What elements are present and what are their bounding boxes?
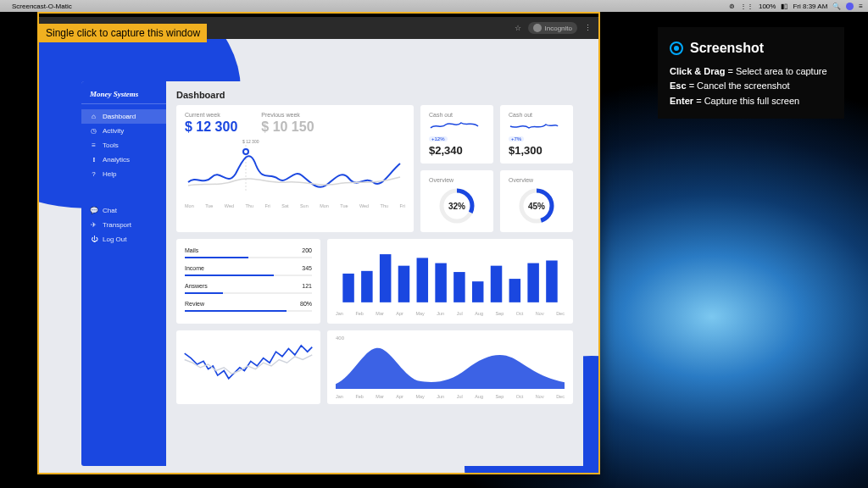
- instruction-line: Esc = Cancel the screenshot: [670, 79, 832, 94]
- app-name[interactable]: Screencast-O-Matic: [12, 3, 72, 10]
- search-icon[interactable]: 🔍: [832, 3, 841, 10]
- battery-icon: ▮▯: [781, 3, 787, 10]
- instructions-panel: Screenshot Click & Drag = Select area to…: [658, 27, 844, 119]
- wifi-icon[interactable]: ⊚: [729, 3, 735, 10]
- mac-menubar: Screencast-O-Matic ⊚ ⋮⋮ 100% ▮▯ Fri 8:39…: [0, 0, 868, 12]
- instruction-line: Click & Drag = Select area to capture: [670, 64, 832, 80]
- clock[interactable]: Fri 8:39 AM: [793, 3, 827, 10]
- capture-frame[interactable]: [37, 12, 600, 474]
- instructions-title: Screenshot: [690, 37, 764, 59]
- target-icon: [670, 42, 683, 55]
- capture-tooltip: Single click to capture this window: [39, 24, 207, 42]
- desktop[interactable]: Screenshot Click & Drag = Select area to…: [0, 12, 868, 488]
- battery-pct: 100%: [759, 3, 776, 10]
- user-icon[interactable]: [846, 3, 854, 10]
- signal-icon[interactable]: ⋮⋮: [740, 3, 754, 10]
- instruction-line: Enter = Capture this full screen: [670, 94, 832, 109]
- menu-icon[interactable]: ≡: [859, 3, 863, 10]
